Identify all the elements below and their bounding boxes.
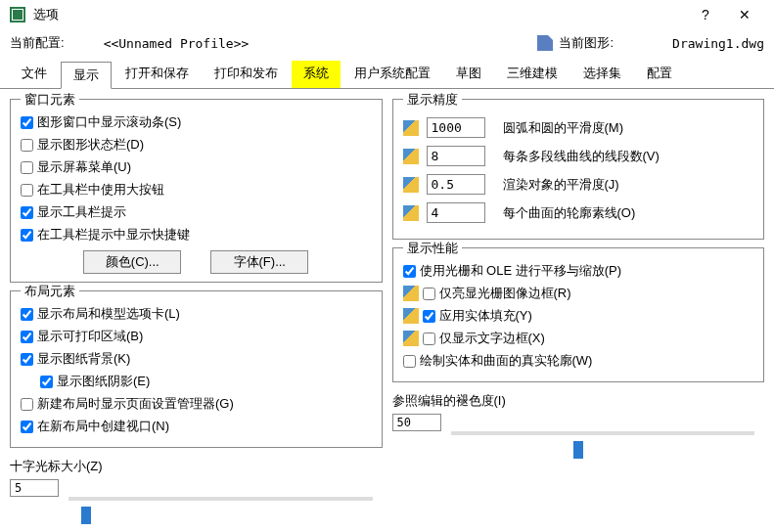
perf-item-checkbox[interactable] [423,332,435,345]
perf-item-checkbox[interactable] [423,288,435,300]
current-drawing-value: Drawing1.dwg [672,36,764,51]
window-item-row: 在工具栏提示中显示快捷键 [21,225,372,244]
window-item-checkbox[interactable] [21,116,33,129]
current-profile-label: 当前配置: [10,34,65,52]
precision-label: 每个曲面的轮廓素线(O) [503,204,636,222]
precision-input[interactable] [427,117,485,138]
precision-row: 圆弧和圆的平滑度(M) [403,117,754,138]
display-precision-group: 显示精度 圆弧和圆的平滑度(M)每条多段线曲线的线段数(V)渲染对象的平滑度(J… [392,99,765,240]
perf-item-checkbox[interactable] [403,265,416,278]
tab-9[interactable]: 配置 [635,61,684,88]
tab-6[interactable]: 草图 [444,61,493,88]
current-drawing-label: 当前图形: [559,34,614,52]
perf-item-label: 应用实体填充(Y) [439,307,532,325]
perf-item-checkbox[interactable] [423,310,435,323]
tab-1[interactable]: 显示 [61,62,112,89]
perf-item-row: 仅显示文字边框(X) [403,329,754,348]
layout-item-label: 在新布局中创建视口(N) [37,418,169,435]
perf-item-row: 绘制实体和曲面的真实轮廓(W) [403,351,754,371]
perf-item-row: 使用光栅和 OLE 进行平移与缩放(P) [403,261,754,281]
layout-elements-group: 布局元素 显示布局和模型选项卡(L)显示可打印区域(B)显示图纸背景(K)显示图… [10,290,383,448]
layout-item-checkbox[interactable] [21,421,33,433]
precision-input[interactable] [427,146,485,166]
window-item-label: 在工具栏中使用大按钮 [37,181,164,199]
window-item-label: 图形窗口中显示滚动条(S) [37,113,181,131]
perf-item-row: 仅亮显光栅图像边框(R) [403,284,754,303]
help-button[interactable]: ? [686,7,725,22]
crosshair-size-group: 十字光标大小(Z) 5 [10,456,383,499]
perf-item-checkbox[interactable] [403,355,416,368]
crosshair-label: 十字光标大小(Z) [10,458,383,475]
layout-item-checkbox[interactable] [21,353,33,366]
drawing-icon [537,35,553,51]
tab-5[interactable]: 用户系统配置 [342,61,442,88]
window-item-label: 在工具栏提示中显示快捷键 [37,226,190,244]
window-item-row: 在工具栏中使用大按钮 [21,180,372,200]
fade-slider[interactable] [451,431,755,435]
perf-item-row: 应用实体填充(Y) [403,306,754,326]
precision-label: 每条多段线曲线的线段数(V) [503,148,660,165]
group-title: 显示性能 [403,240,462,257]
layout-item-row: 显示图纸背景(K) [21,349,372,369]
perf-item-label: 仅显示文字边框(X) [439,330,545,347]
perf-item-label: 使用光栅和 OLE 进行平移与缩放(P) [420,262,622,280]
layout-item-checkbox[interactable] [21,331,33,343]
layout-item-label: 显示图纸背景(K) [37,350,130,368]
group-title: 布局元素 [21,283,79,300]
window-item-row: 图形窗口中显示滚动条(S) [21,112,372,132]
fade-label: 参照编辑的褪色度(I) [392,392,765,410]
precision-label: 渲染对象的平滑度(J) [503,176,619,194]
precision-input[interactable] [427,174,485,195]
layout-item-checkbox[interactable] [21,308,33,321]
fade-group: 参照编辑的褪色度(I) 50 [392,390,765,433]
tab-2[interactable]: 打开和保存 [114,61,201,88]
display-performance-group: 显示性能 使用光栅和 OLE 进行平移与缩放(P)仅亮显光栅图像边框(R)应用实… [392,247,765,382]
group-title: 窗口元素 [21,91,79,109]
layout-item-checkbox[interactable] [21,398,33,411]
crosshair-value[interactable]: 5 [10,479,59,497]
current-profile-value: <<Unnamed Profile>> [104,36,538,51]
close-button[interactable]: ✕ [725,7,764,22]
tab-8[interactable]: 选择集 [571,61,633,88]
window-item-label: 显示工具栏提示 [37,203,126,221]
window-item-checkbox[interactable] [21,139,33,152]
precision-label: 圆弧和圆的平滑度(M) [503,119,624,137]
window-elements-group: 窗口元素 图形窗口中显示滚动条(S)显示图形状态栏(D)显示屏幕菜单(U)在工具… [10,99,383,283]
font-button[interactable]: 字体(F)... [210,250,308,274]
window-item-checkbox[interactable] [21,206,33,219]
precision-row: 渲染对象的平滑度(J) [403,174,754,195]
layout-item-row: 显示布局和模型选项卡(L) [21,304,372,324]
dwg-setting-icon [403,120,419,136]
dwg-setting-icon [403,331,419,346]
layout-item-label: 新建布局时显示页面设置管理器(G) [37,395,234,413]
layout-item-label: 显示图纸阴影(E) [57,373,150,390]
precision-input[interactable] [427,202,485,223]
layout-item-label: 显示可打印区域(B) [37,328,143,345]
window-item-checkbox[interactable] [21,161,33,174]
layout-item-checkbox[interactable] [40,376,53,388]
tab-4[interactable]: 系统 [292,61,341,88]
window-item-checkbox[interactable] [21,229,33,242]
slider-thumb[interactable] [81,507,91,524]
layout-item-label: 显示布局和模型选项卡(L) [37,305,180,323]
color-button[interactable]: 颜色(C)... [83,250,181,274]
window-item-label: 显示屏幕菜单(U) [37,158,131,176]
tab-3[interactable]: 打印和发布 [203,61,290,88]
layout-item-row: 显示图纸阴影(E) [40,372,372,391]
window-item-label: 显示图形状态栏(D) [37,136,144,154]
crosshair-slider[interactable] [68,497,373,501]
app-icon [10,7,25,22]
window-item-row: 显示工具栏提示 [21,202,372,222]
dwg-setting-icon [403,286,419,301]
perf-item-label: 仅亮显光栅图像边框(R) [439,285,571,302]
tab-7[interactable]: 三维建模 [495,61,569,88]
layout-item-row: 新建布局时显示页面设置管理器(G) [21,394,372,414]
window-item-checkbox[interactable] [21,184,33,197]
fade-value[interactable]: 50 [392,414,441,431]
tab-0[interactable]: 文件 [10,61,59,88]
window-item-row: 显示图形状态栏(D) [21,135,372,155]
precision-row: 每条多段线曲线的线段数(V) [403,146,754,166]
group-title: 显示精度 [403,91,462,109]
slider-thumb[interactable] [573,441,583,459]
dwg-setting-icon [403,205,419,221]
